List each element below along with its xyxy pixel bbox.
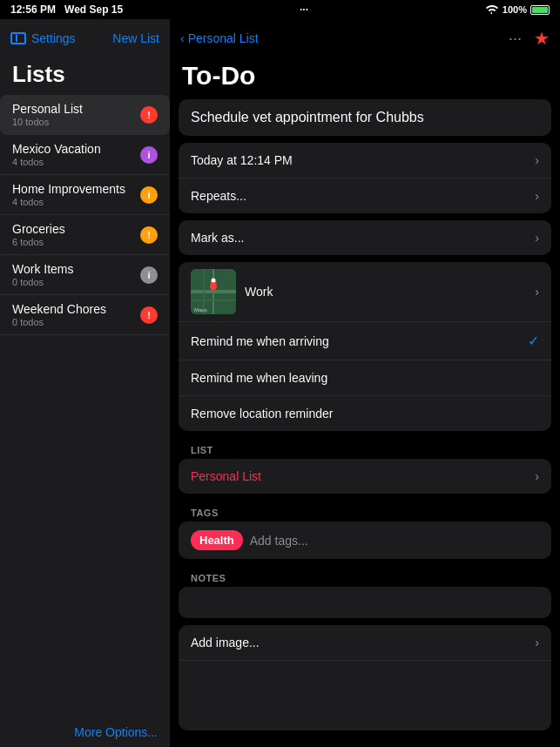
chevron-icon: › [535,636,539,649]
map-row[interactable]: Maps Work › [179,262,551,322]
list-section-label: LIST [179,438,551,459]
star-icon[interactable]: ★ [534,28,550,49]
notes-card [179,587,551,618]
right-panel: ‹ Personal List ··· ★ To-Do Schedule vet… [170,19,560,747]
checkmark-icon: ✓ [528,333,539,349]
chevron-icon: › [535,285,539,299]
badge: ! [140,226,158,244]
badge: i [140,266,158,284]
left-panel: Settings New List Lists Personal List 10… [0,19,170,747]
list-item[interactable]: Personal List 10 todos ! [0,95,170,135]
sidebar-icon [10,32,26,44]
back-chevron-icon: ‹ [180,31,185,45]
repeats-row[interactable]: Repeats... › [179,178,551,213]
list-items-container: Personal List 10 todos ! Mexico Vacation… [0,95,170,717]
badge: i [140,146,158,164]
badge: ! [140,306,158,324]
right-content: Schedule vet appointment for Chubbs Toda… [170,99,560,747]
notes-section-label: NOTES [179,566,551,587]
left-footer: More Options... [0,717,170,747]
main-layout: Settings New List Lists Personal List 10… [0,19,560,747]
mark-as-card: Mark as... › [179,220,551,255]
date-label: Today at 12:14 PM [191,153,293,167]
add-image-row[interactable]: Add image... › [179,625,551,661]
lists-heading: Lists [0,57,170,95]
remind-arriving-row[interactable]: Remind me when arriving ✓ [179,322,551,360]
list-item[interactable]: Work Items 0 todos i [0,255,170,295]
chevron-icon: › [535,153,539,167]
settings-button[interactable]: Settings [10,31,76,45]
date-repeats-card: Today at 12:14 PM › Repeats... › [179,143,551,213]
health-tag[interactable]: Health [191,530,243,550]
location-name: Work [245,285,526,299]
location-card: Maps Work › Remind me when arriving ✓ Re… [179,262,551,431]
list-value: Personal List [191,469,261,483]
tags-section-label: TAGS [179,501,551,522]
list-item[interactable]: Mexico Vacation 4 todos i [0,135,170,175]
more-options-button[interactable]: More Options... [74,725,158,739]
settings-label: Settings [31,31,76,45]
more-dots: ··· [300,3,308,16]
mark-as-label: Mark as... [191,231,244,245]
date-row[interactable]: Today at 12:14 PM › [179,143,551,178]
list-item[interactable]: Groceries 6 todos ! [0,215,170,255]
task-name-card: Schedule vet appointment for Chubbs [179,99,551,136]
add-image-card: Add image... › [179,625,551,730]
task-name[interactable]: Schedule vet appointment for Chubbs [179,99,551,136]
badge: ! [140,106,158,124]
back-label: Personal List [188,31,259,45]
new-list-button[interactable]: New List [112,31,159,45]
notes-field[interactable] [179,587,551,618]
battery-label: 100% [503,4,527,15]
todo-title: To-Do [170,57,560,99]
list-item[interactable]: Home Improvements 4 todos i [0,175,170,215]
repeats-label: Repeats... [191,189,246,203]
add-tags-button[interactable]: Add tags... [250,534,308,548]
list-card: Personal List › [179,459,551,494]
time: 12:56 PM [10,3,56,16]
mark-as-row[interactable]: Mark as... › [179,220,551,255]
chevron-icon: › [535,231,539,245]
right-nav: ‹ Personal List ··· ★ [170,19,560,57]
more-button[interactable]: ··· [509,30,522,48]
tags-row: Health Add tags... [179,522,551,559]
list-row[interactable]: Personal List › [179,459,551,494]
remind-arriving-label: Remind me when arriving [191,334,329,348]
map-thumbnail: Maps [191,269,236,314]
remind-leaving-row[interactable]: Remind me when leaving [179,360,551,396]
wifi-icon [485,3,499,16]
badge: i [140,186,158,204]
list-item[interactable]: Weekend Chores 0 todos ! [0,295,170,335]
left-header: Settings New List [0,19,170,57]
remind-leaving-label: Remind me when leaving [191,371,327,385]
back-button[interactable]: ‹ Personal List [180,31,259,45]
battery-icon [530,5,550,15]
remove-location-row[interactable]: Remove location reminder [179,396,551,431]
svg-point-7 [212,279,216,283]
status-bar: 12:56 PM Wed Sep 15 ··· 100% [0,0,560,19]
add-image-label: Add image... [191,636,260,649]
remove-location-label: Remove location reminder [191,407,333,421]
tags-card: Health Add tags... [179,522,551,559]
chevron-icon: › [535,469,539,483]
chevron-icon: › [535,189,539,203]
date: Wed Sep 15 [64,3,123,16]
svg-text:Maps: Maps [194,307,207,313]
